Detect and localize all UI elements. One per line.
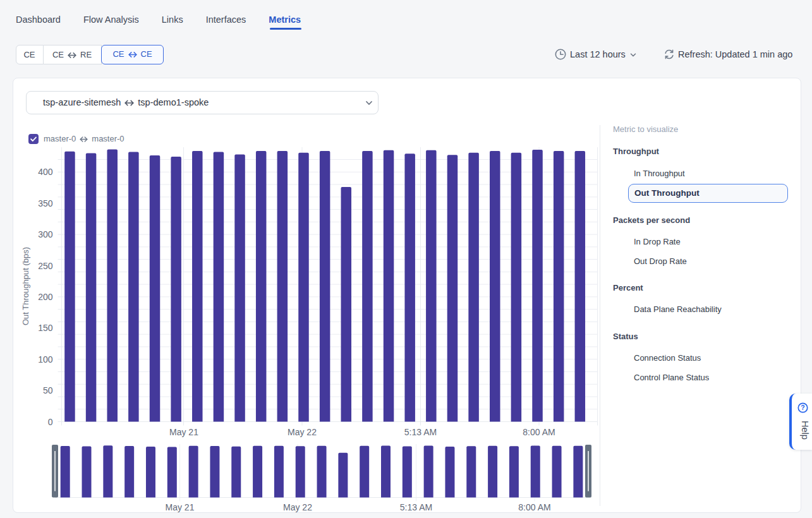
svg-text:0: 0 bbox=[48, 417, 53, 427]
svg-text:May 22: May 22 bbox=[288, 427, 317, 437]
svg-text:May 22: May 22 bbox=[283, 502, 312, 512]
svg-text:250: 250 bbox=[38, 261, 53, 271]
svg-text:150: 150 bbox=[38, 323, 53, 333]
svg-text:?: ? bbox=[801, 404, 804, 411]
svg-text:8:00 AM: 8:00 AM bbox=[518, 502, 550, 512]
svg-text:100: 100 bbox=[38, 354, 53, 364]
svg-text:200: 200 bbox=[38, 292, 53, 302]
svg-text:400: 400 bbox=[38, 167, 53, 177]
svg-text:50: 50 bbox=[43, 385, 53, 395]
svg-text:350: 350 bbox=[38, 198, 53, 208]
svg-text:5:13 AM: 5:13 AM bbox=[400, 502, 432, 512]
svg-text:May 21: May 21 bbox=[169, 427, 198, 437]
svg-text:5:13 AM: 5:13 AM bbox=[404, 427, 437, 437]
svg-text:Out Throughput (bps): Out Throughput (bps) bbox=[21, 247, 30, 325]
svg-text:300: 300 bbox=[38, 229, 53, 239]
svg-text:May 21: May 21 bbox=[166, 502, 195, 512]
svg-text:8:00 AM: 8:00 AM bbox=[523, 427, 555, 437]
